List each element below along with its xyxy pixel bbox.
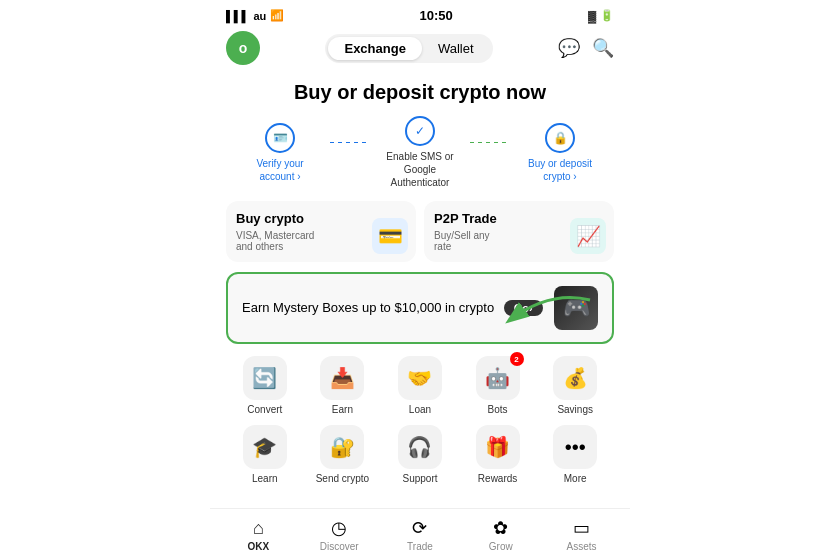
search-icon[interactable]: 🔍 [592, 37, 614, 59]
bottom-nav-okx[interactable]: ⌂ OKX [230, 518, 286, 552]
learn-label: Learn [252, 473, 278, 484]
loan-label: Loan [409, 404, 431, 415]
more-icon-box: ••• [553, 425, 597, 469]
bottom-nav-grow[interactable]: ✿ Grow [473, 517, 529, 552]
tab-wallet[interactable]: Wallet [422, 37, 490, 60]
step-verify[interactable]: 🪪 Verify youraccount › [230, 123, 330, 183]
bottom-nav-assets-label: Assets [567, 541, 597, 552]
convert-item[interactable]: 🔄 Convert [237, 356, 293, 415]
send-crypto-icon: 🔐 [330, 435, 355, 459]
battery-icon: ▓ [588, 10, 596, 22]
rewards-label: Rewards [478, 473, 517, 484]
step-buy-icon: 🔒 [545, 123, 575, 153]
tab-exchange[interactable]: Exchange [328, 37, 421, 60]
bottom-nav-trade-label: Trade [407, 541, 433, 552]
rewards-icon-box: 🎁 [476, 425, 520, 469]
send-crypto-label: Send crypto [316, 473, 369, 484]
avatar[interactable]: o [226, 31, 260, 65]
p2p-trade-card[interactable]: P2P Trade Buy/Sell anyrate 📈 [424, 201, 614, 262]
convert-icon: 🔄 [252, 366, 277, 390]
support-icon: 🎧 [407, 435, 432, 459]
bottom-nav-assets[interactable]: ▭ Assets [554, 517, 610, 552]
assets-icon: ▭ [573, 517, 590, 539]
savings-label: Savings [557, 404, 593, 415]
earn-icon-box: 📥 [320, 356, 364, 400]
connector-2 [470, 142, 510, 143]
convert-label: Convert [247, 404, 282, 415]
earn-item[interactable]: 📥 Earn [314, 356, 370, 415]
discover-icon: ◷ [331, 517, 347, 539]
loan-icon: 🤝 [407, 366, 432, 390]
trade-icon: ⟳ [412, 517, 427, 539]
step-buy[interactable]: 🔒 Buy or depositcrypto › [510, 123, 610, 183]
step-sms-label: Enable SMS orGoogleAuthenticator [386, 150, 453, 189]
main-content: Buy or deposit crypto now 🪪 Verify youra… [210, 73, 630, 529]
support-label: Support [402, 473, 437, 484]
hero-title: Buy or deposit crypto now [226, 81, 614, 104]
earn-label: Earn [332, 404, 353, 415]
grow-icon: ✿ [493, 517, 508, 539]
signal-icon: ▌▌▌ [226, 10, 249, 22]
connector-1 [330, 142, 370, 143]
support-item[interactable]: 🎧 Support [392, 425, 448, 484]
status-bar: ▌▌▌ au 📶 10:50 ▓ 🔋 [210, 0, 630, 27]
rewards-item[interactable]: 🎁 Rewards [470, 425, 526, 484]
battery-area: ▓ 🔋 [588, 9, 614, 22]
bottom-nav-grow-label: Grow [489, 541, 513, 552]
step-buy-label: Buy or depositcrypto › [528, 157, 592, 183]
go-badge[interactable]: Go› [504, 300, 543, 316]
loan-icon-box: 🤝 [398, 356, 442, 400]
bottom-nav-okx-label: OKX [248, 541, 270, 552]
bottom-nav-discover-label: Discover [320, 541, 359, 552]
time-display: 10:50 [419, 8, 452, 23]
cards-row: Buy crypto VISA, Mastercardand others 💳 … [226, 201, 614, 262]
icon-grid-2: 🎓 Learn 🔐 Send crypto 🎧 Support 🎁 [226, 425, 614, 484]
home-icon: ⌂ [253, 518, 264, 539]
p2p-icon: 📈 [570, 218, 606, 254]
battery-full-icon: 🔋 [600, 9, 614, 22]
promo-banner[interactable]: Earn Mystery Boxes up to $10,000 in cryp… [226, 272, 614, 344]
send-crypto-item[interactable]: 🔐 Send crypto [314, 425, 370, 484]
more-icon: ••• [565, 436, 586, 459]
bots-label: Bots [488, 404, 508, 415]
step-verify-label: Verify youraccount › [256, 157, 303, 183]
step-sms[interactable]: ✓ Enable SMS orGoogleAuthenticator [370, 116, 470, 189]
message-icon[interactable]: 💬 [558, 37, 580, 59]
more-item[interactable]: ••• More [547, 425, 603, 484]
nav-icons: 💬 🔍 [558, 37, 614, 59]
step-sms-icon: ✓ [405, 116, 435, 146]
savings-item[interactable]: 💰 Savings [547, 356, 603, 415]
loan-item[interactable]: 🤝 Loan [392, 356, 448, 415]
convert-icon-box: 🔄 [243, 356, 287, 400]
bots-icon-box: 🤖 2 [476, 356, 520, 400]
learn-icon-box: 🎓 [243, 425, 287, 469]
rewards-icon: 🎁 [485, 435, 510, 459]
buy-crypto-card[interactable]: Buy crypto VISA, Mastercardand others 💳 [226, 201, 416, 262]
promo-text: Earn Mystery Boxes up to $10,000 in cryp… [242, 300, 546, 316]
bottom-navigation: ⌂ OKX ◷ Discover ⟳ Trade ✿ Grow ▭ Assets [210, 508, 630, 560]
support-icon-box: 🎧 [398, 425, 442, 469]
top-navigation: o Exchange Wallet 💬 🔍 [210, 27, 630, 73]
bottom-nav-discover[interactable]: ◷ Discover [311, 517, 367, 552]
learn-icon: 🎓 [252, 435, 277, 459]
send-crypto-icon-box: 🔐 [320, 425, 364, 469]
savings-icon-box: 💰 [553, 356, 597, 400]
tab-switcher: Exchange Wallet [325, 34, 492, 63]
step-verify-icon: 🪪 [265, 123, 295, 153]
earn-icon: 📥 [330, 366, 355, 390]
learn-item[interactable]: 🎓 Learn [237, 425, 293, 484]
bots-icon: 🤖 [485, 366, 510, 390]
bots-item[interactable]: 🤖 2 Bots [470, 356, 526, 415]
bots-badge: 2 [510, 352, 524, 366]
icon-grid-1: 🔄 Convert 📥 Earn 🤝 Loan 🤖 2 [226, 356, 614, 415]
wifi-icon: 📶 [270, 9, 284, 22]
steps-container: 🪪 Verify youraccount › ✓ Enable SMS orGo… [226, 116, 614, 189]
bottom-nav-trade[interactable]: ⟳ Trade [392, 517, 448, 552]
buy-crypto-icon: 💳 [372, 218, 408, 254]
promo-image: 🎮 [554, 286, 598, 330]
signal-area: ▌▌▌ au 📶 [226, 9, 284, 22]
more-label: More [564, 473, 587, 484]
carrier-label: au [253, 10, 266, 22]
savings-icon: 💰 [563, 366, 588, 390]
